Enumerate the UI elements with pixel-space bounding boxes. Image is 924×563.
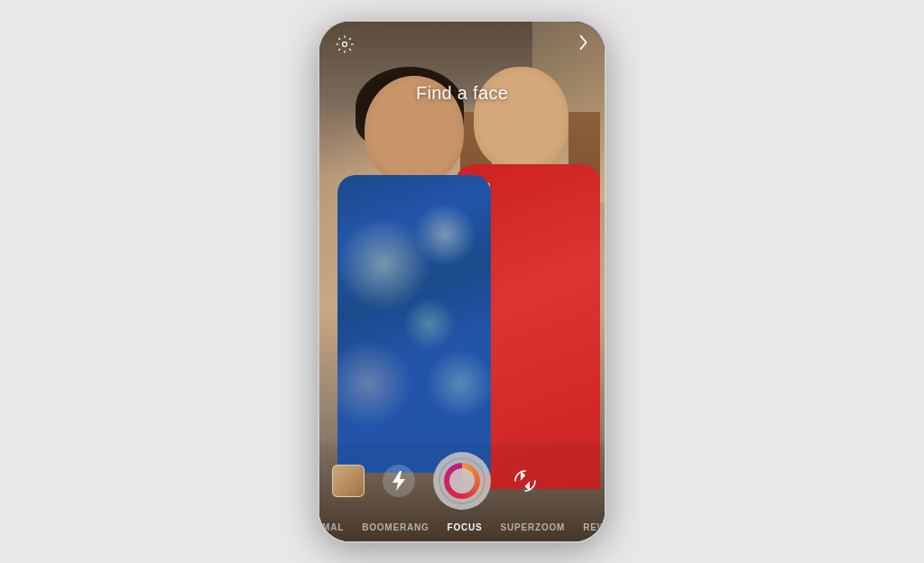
shutter-inner-ring <box>439 457 485 504</box>
bottom-controls: NORMAL BOOMERANG FOCUS SUPERZOOM REWIND <box>319 443 605 541</box>
focus-mode-ring <box>444 463 480 499</box>
gallery-thumb-image <box>333 466 364 496</box>
focus-ring-center <box>449 468 475 494</box>
shutter-button[interactable] <box>433 452 491 510</box>
flash-button[interactable] <box>383 465 415 497</box>
camera-view: Find a face <box>319 22 605 541</box>
phone-frame: Find a face <box>318 20 606 543</box>
mode-normal[interactable]: NORMAL <box>319 522 353 532</box>
svg-point-0 <box>343 42 347 47</box>
person1-body <box>337 175 491 473</box>
mode-boomerang[interactable]: BOOMERANG <box>353 522 438 532</box>
find-face-text: Find a face <box>319 83 605 104</box>
person1-floral-pattern <box>337 175 491 473</box>
camera-actions-row <box>319 443 605 517</box>
gallery-thumbnail[interactable] <box>332 465 365 497</box>
mode-focus[interactable]: FOCUS <box>439 522 492 532</box>
chevron-right-icon[interactable] <box>576 32 590 58</box>
flip-camera-button[interactable] <box>509 465 541 497</box>
person1 <box>337 76 500 473</box>
mode-bar: NORMAL BOOMERANG FOCUS SUPERZOOM REWIND <box>319 517 605 541</box>
top-bar <box>319 22 605 67</box>
mode-rewind[interactable]: REWIND <box>574 522 605 532</box>
settings-icon[interactable] <box>334 33 356 55</box>
mode-superzoom[interactable]: SUPERZOOM <box>492 522 575 532</box>
